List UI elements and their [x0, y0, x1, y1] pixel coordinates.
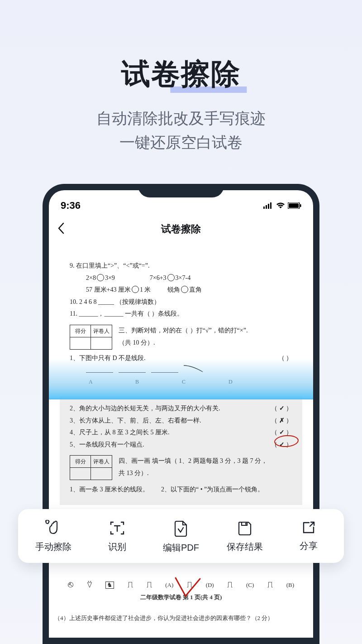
chevron-left-icon	[57, 222, 65, 234]
phone-frame: 9:36 试卷擦除 9. 在口里填上“>”、“<”或“=”. 2×83×9 7×…	[43, 184, 319, 644]
action-toolbar: 手动擦除 识别 编辑PDF 保存结果 分享	[18, 509, 344, 563]
svg-rect-2	[268, 204, 269, 209]
hand-erase-icon	[45, 520, 62, 536]
wifi-icon	[276, 202, 285, 209]
score-table: 得分评卷人	[70, 455, 112, 480]
svg-rect-0	[263, 207, 265, 209]
save-result-label: 保存结果	[227, 541, 263, 553]
phone-screen: 9:36 试卷擦除 9. 在口里填上“>”、“<”或“=”. 2×83×9 7×…	[49, 190, 313, 638]
document-tail: ⎋ ⍢ ♞ ⎍ ⎍ (A) ⎍ (D) ⎍ (C) ⎍ (B) 二年级数学试卷 …	[54, 580, 308, 622]
svg-rect-5	[289, 203, 299, 208]
app-title: 试卷擦除	[161, 222, 201, 236]
manual-erase-label: 手动擦除	[35, 541, 71, 553]
edit-pdf-label: 编辑PDF	[163, 542, 199, 554]
hero-subtitle: 自动清除批改及手写痕迹 一键还原空白试卷	[0, 106, 362, 154]
cellular-icon	[263, 202, 273, 209]
pdf-icon	[173, 520, 189, 537]
share-icon	[301, 520, 316, 535]
red-check-mark-icon	[172, 576, 204, 599]
ocr-icon	[109, 520, 125, 536]
back-button[interactable]	[57, 222, 65, 236]
svg-rect-6	[300, 204, 301, 207]
hero-title: 试卷擦除	[0, 54, 362, 94]
ocr-label: 识别	[108, 541, 126, 553]
score-table: 得分评卷人	[70, 325, 112, 350]
svg-rect-1	[266, 205, 267, 209]
share-button[interactable]: 分享	[281, 520, 336, 554]
scan-progress-band	[49, 359, 313, 399]
battery-icon	[288, 202, 301, 209]
ocr-button[interactable]: 识别	[90, 520, 144, 554]
app-header: 试卷擦除	[49, 216, 313, 242]
save-icon	[237, 520, 253, 536]
svg-rect-7	[245, 523, 247, 525]
document-dirty-region: 2、角的大小与边的长短无关，与两边叉开的大小有关.（ ✓ ） 3、长方体从上、下…	[60, 396, 302, 505]
manual-erase-button[interactable]: 手动擦除	[26, 520, 81, 554]
status-time: 9:36	[61, 200, 81, 211]
svg-rect-3	[270, 202, 272, 209]
save-result-button[interactable]: 保存结果	[218, 520, 272, 554]
phone-notch	[138, 184, 224, 197]
edit-pdf-button[interactable]: 编辑PDF	[154, 520, 208, 554]
share-label: 分享	[300, 540, 318, 552]
